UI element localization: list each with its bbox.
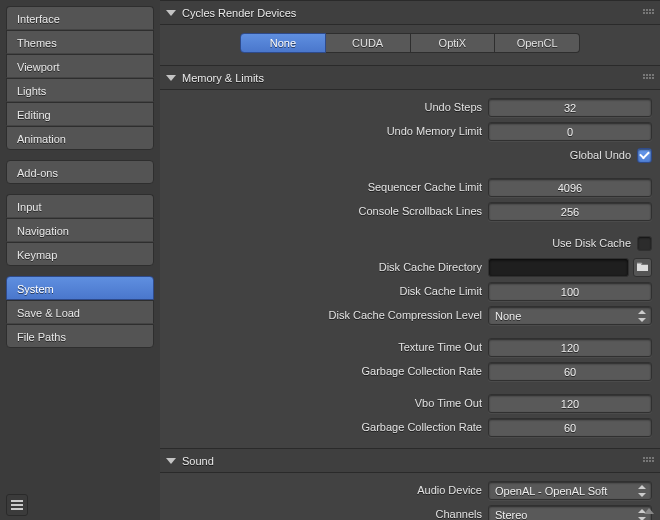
garbage-collection-rate-field[interactable]: 60 bbox=[488, 362, 652, 381]
disk-cache-directory-field[interactable] bbox=[488, 258, 629, 277]
grip-icon[interactable] bbox=[643, 9, 654, 14]
undo-memory-limit-label: Undo Memory Limit bbox=[387, 125, 482, 137]
sidebar-item-keymap[interactable]: Keymap bbox=[6, 242, 154, 266]
cycles-device-cuda[interactable]: CUDA bbox=[326, 33, 411, 53]
select-arrows-icon bbox=[638, 310, 646, 322]
panel-title: Sound bbox=[182, 455, 214, 467]
browse-folder-button[interactable] bbox=[633, 258, 652, 277]
global-undo-label: Global Undo bbox=[570, 149, 631, 161]
audio-device-label: Audio Device bbox=[417, 484, 482, 496]
cycles-device-segmented: None CUDA OptiX OpenCL bbox=[240, 33, 580, 53]
panel-header-sound[interactable]: Sound bbox=[160, 448, 660, 473]
sequencer-cache-limit-label: Sequencer Cache Limit bbox=[368, 181, 482, 193]
grip-icon[interactable] bbox=[643, 457, 654, 462]
preferences-main: Cycles Render Devices None CUDA OptiX Op… bbox=[160, 0, 660, 520]
folder-icon bbox=[636, 261, 649, 274]
select-value: None bbox=[495, 310, 521, 322]
texture-timeout-field[interactable]: 120 bbox=[488, 338, 652, 357]
preferences-sidebar: Interface Themes Viewport Lights Editing… bbox=[0, 0, 160, 520]
sidebar-item-input[interactable]: Input bbox=[6, 194, 154, 218]
channels-label: Channels bbox=[436, 508, 482, 520]
disk-cache-limit-label: Disk Cache Limit bbox=[399, 285, 482, 297]
sidebar-item-viewport[interactable]: Viewport bbox=[6, 54, 154, 78]
console-scrollback-lines-label: Console Scrollback Lines bbox=[358, 205, 482, 217]
sidebar-item-system[interactable]: System bbox=[6, 276, 154, 300]
sidebar-item-lights[interactable]: Lights bbox=[6, 78, 154, 102]
sidebar-item-interface[interactable]: Interface bbox=[6, 6, 154, 30]
hamburger-icon[interactable] bbox=[6, 494, 28, 516]
panel-memory-limits: Memory & Limits Undo Steps 32 Undo Memor… bbox=[160, 65, 660, 448]
undo-steps-label: Undo Steps bbox=[425, 101, 482, 113]
panel-sound: Sound Audio Device OpenAL - OpenAL Soft bbox=[160, 448, 660, 520]
panel-cycles-render-devices: Cycles Render Devices None CUDA OptiX Op… bbox=[160, 0, 660, 65]
cycles-device-none[interactable]: None bbox=[240, 33, 326, 53]
garbage-collection-rate-2-field[interactable]: 60 bbox=[488, 418, 652, 437]
vbo-timeout-field[interactable]: 120 bbox=[488, 394, 652, 413]
global-undo-checkbox[interactable] bbox=[637, 148, 652, 163]
use-disk-cache-checkbox[interactable] bbox=[637, 236, 652, 251]
panel-title: Memory & Limits bbox=[182, 72, 264, 84]
undo-steps-field[interactable]: 32 bbox=[488, 98, 652, 117]
audio-device-select[interactable]: OpenAL - OpenAL Soft bbox=[488, 481, 652, 500]
disclosure-triangle-icon bbox=[166, 10, 176, 16]
panel-header-cycles[interactable]: Cycles Render Devices bbox=[160, 0, 660, 25]
cycles-device-opencl[interactable]: OpenCL bbox=[495, 33, 580, 53]
channels-select[interactable]: Stereo bbox=[488, 505, 652, 521]
scroll-up-icon[interactable] bbox=[642, 506, 656, 516]
console-scrollback-lines-field[interactable]: 256 bbox=[488, 202, 652, 221]
grip-icon[interactable] bbox=[643, 74, 654, 79]
sidebar-item-save-load[interactable]: Save & Load bbox=[6, 300, 154, 324]
garbage-collection-rate-2-label: Garbage Collection Rate bbox=[362, 421, 482, 433]
undo-memory-limit-field[interactable]: 0 bbox=[488, 122, 652, 141]
use-disk-cache-label: Use Disk Cache bbox=[552, 237, 631, 249]
select-arrows-icon bbox=[638, 485, 646, 497]
sidebar-item-themes[interactable]: Themes bbox=[6, 30, 154, 54]
garbage-collection-rate-label: Garbage Collection Rate bbox=[362, 365, 482, 377]
sidebar-item-addons[interactable]: Add-ons bbox=[6, 160, 154, 184]
vbo-timeout-label: Vbo Time Out bbox=[415, 397, 482, 409]
disclosure-triangle-icon bbox=[166, 75, 176, 81]
select-value: Stereo bbox=[495, 509, 527, 521]
panel-title: Cycles Render Devices bbox=[182, 7, 296, 19]
select-value: OpenAL - OpenAL Soft bbox=[495, 485, 607, 497]
disk-cache-compression-level-select[interactable]: None bbox=[488, 306, 652, 325]
disk-cache-limit-field[interactable]: 100 bbox=[488, 282, 652, 301]
sidebar-item-animation[interactable]: Animation bbox=[6, 126, 154, 150]
cycles-device-optix[interactable]: OptiX bbox=[411, 33, 496, 53]
sequencer-cache-limit-field[interactable]: 4096 bbox=[488, 178, 652, 197]
sidebar-item-navigation[interactable]: Navigation bbox=[6, 218, 154, 242]
sidebar-item-file-paths[interactable]: File Paths bbox=[6, 324, 154, 348]
texture-timeout-label: Texture Time Out bbox=[398, 341, 482, 353]
panel-header-memory[interactable]: Memory & Limits bbox=[160, 65, 660, 90]
disk-cache-directory-label: Disk Cache Directory bbox=[379, 261, 482, 273]
disclosure-triangle-icon bbox=[166, 458, 176, 464]
sidebar-item-editing[interactable]: Editing bbox=[6, 102, 154, 126]
disk-cache-compression-level-label: Disk Cache Compression Level bbox=[329, 309, 482, 321]
